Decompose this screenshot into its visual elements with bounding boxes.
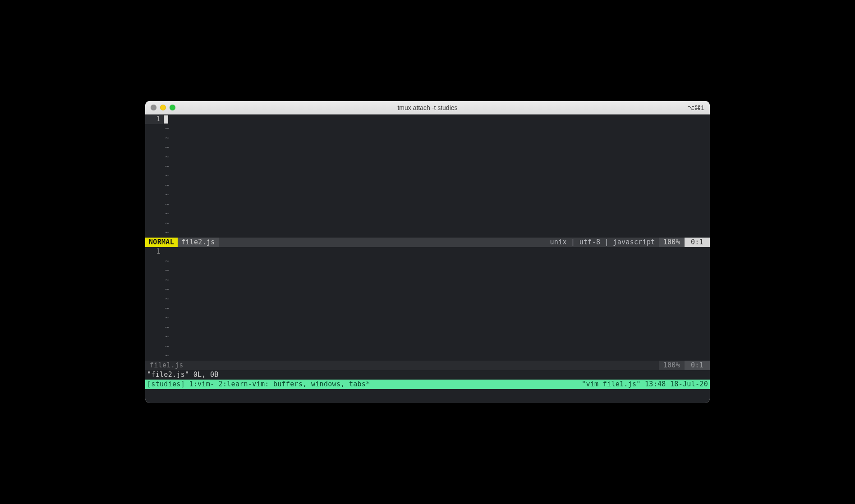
line-number: 1 — [145, 115, 163, 124]
vim-message-line: "file2.js" 0L, 0B — [145, 370, 710, 380]
tmux-status-bar[interactable]: [studies] 1:vim- 2:learn-vim: buffers, w… — [145, 380, 710, 389]
tilde-icon: ~ — [163, 304, 169, 313]
tilde-icon: ~ — [163, 181, 169, 190]
tilde-icon: ~ — [163, 190, 169, 200]
terminal-window: tmux attach -t studies ⌥⌘1 1 ~~~~~~~~~~~… — [145, 101, 710, 403]
empty-line: ~ — [145, 209, 710, 219]
tilde-icon: ~ — [163, 342, 169, 351]
line-content[interactable] — [163, 115, 710, 124]
empty-line: ~ — [145, 304, 710, 313]
tilde-icon: ~ — [163, 351, 169, 361]
line-number: 1 — [145, 247, 163, 257]
empty-line: ~ — [145, 275, 710, 285]
vim-position: 0:1 — [685, 361, 710, 370]
line-content[interactable] — [163, 247, 710, 257]
vim-position: 0:1 — [685, 238, 710, 247]
tilde-icon: ~ — [163, 171, 169, 181]
empty-line: ~ — [145, 323, 710, 332]
empty-line: ~ — [145, 133, 710, 143]
tilde-icon: ~ — [163, 133, 169, 143]
tilde-icon: ~ — [163, 209, 169, 219]
empty-line: ~ — [145, 228, 710, 238]
tmux-status-right: "vim file1.js" 13:48 18-Jul-20 — [582, 380, 708, 389]
tilde-icon: ~ — [163, 162, 169, 171]
tilde-icon: ~ — [163, 228, 169, 238]
vim-filename: file1.js — [145, 361, 187, 370]
empty-line: ~ — [145, 257, 710, 266]
vim-fileinfo: unix | utf-8 | javascript — [546, 238, 658, 247]
tilde-icon: ~ — [163, 313, 169, 323]
tilde-icon: ~ — [163, 257, 169, 266]
empty-line: ~ — [145, 219, 710, 228]
cursor-block — [164, 115, 168, 124]
minimize-icon[interactable] — [160, 105, 166, 110]
vim-percent: 100% — [659, 238, 685, 247]
empty-line: ~ — [145, 332, 710, 342]
maximize-icon[interactable] — [170, 105, 175, 110]
tilde-icon: ~ — [163, 294, 169, 304]
tmux-status-left: [studies] 1:vim- 2:learn-vim: buffers, w… — [147, 380, 370, 389]
traffic-lights — [151, 105, 175, 110]
vim-statusline-inactive: file1.js 100% 0:1 — [145, 361, 710, 370]
empty-line: ~ — [145, 285, 710, 294]
editor-line: 1 — [145, 115, 710, 124]
vim-filename: file2.js — [178, 238, 219, 247]
tilde-icon: ~ — [163, 124, 169, 133]
terminal-body[interactable]: 1 ~~~~~~~~~~~~ NORMAL file2.js unix | ut… — [145, 115, 710, 403]
empty-line: ~ — [145, 313, 710, 323]
window-title: tmux attach -t studies — [145, 104, 710, 111]
editor-line: 1 — [145, 247, 710, 257]
empty-line: ~ — [145, 124, 710, 133]
tilde-icon: ~ — [163, 332, 169, 342]
empty-line: ~ — [145, 351, 710, 361]
empty-line: ~ — [145, 266, 710, 275]
tilde-icon: ~ — [163, 200, 169, 209]
vim-pane-bottom[interactable]: 1 ~~~~~~~~~~~ — [145, 247, 710, 361]
tilde-icon: ~ — [163, 275, 169, 285]
empty-line: ~ — [145, 171, 710, 181]
empty-line: ~ — [145, 152, 710, 162]
empty-line: ~ — [145, 294, 710, 304]
vim-percent: 100% — [659, 361, 685, 370]
tilde-icon: ~ — [163, 323, 169, 332]
tilde-icon: ~ — [163, 152, 169, 162]
tilde-icon: ~ — [163, 266, 169, 275]
empty-line: ~ — [145, 342, 710, 351]
tilde-icon: ~ — [163, 285, 169, 294]
vim-pane-top[interactable]: 1 ~~~~~~~~~~~~ — [145, 115, 710, 238]
empty-line: ~ — [145, 143, 710, 152]
vim-split-container: 1 ~~~~~~~~~~~~ NORMAL file2.js unix | ut… — [145, 115, 710, 403]
empty-line: ~ — [145, 162, 710, 171]
empty-line: ~ — [145, 181, 710, 190]
titlebar: tmux attach -t studies ⌥⌘1 — [145, 101, 710, 115]
empty-line: ~ — [145, 200, 710, 209]
window-shortcut: ⌥⌘1 — [687, 104, 704, 111]
close-icon[interactable] — [151, 105, 156, 110]
empty-line: ~ — [145, 190, 710, 200]
vim-statusline-active: NORMAL file2.js unix | utf-8 | javascrip… — [145, 238, 710, 247]
tilde-icon: ~ — [163, 143, 169, 152]
tilde-icon: ~ — [163, 219, 169, 228]
vim-mode: NORMAL — [145, 238, 178, 247]
